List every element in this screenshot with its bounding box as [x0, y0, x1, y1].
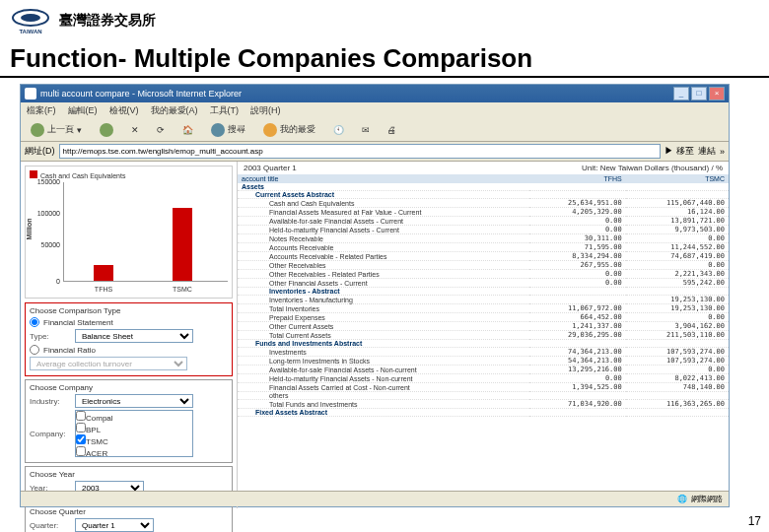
account-label: Funds and Investments Abstract	[238, 340, 529, 348]
account-label: Financial Assets Carried at Cost - Non-c…	[238, 383, 529, 392]
mail-button[interactable]: ✉	[356, 123, 376, 137]
close-button[interactable]: ×	[709, 87, 725, 100]
radio-financial-statement[interactable]	[30, 317, 39, 327]
minimize-button[interactable]: _	[673, 87, 689, 100]
ratio-select[interactable]: Average collection turnover	[30, 357, 187, 370]
financial-table: account title TFHS TSMC AssetsCurrent As…	[238, 174, 729, 417]
ie-icon	[25, 88, 36, 100]
chk-acer[interactable]	[76, 446, 86, 456]
chk-compal[interactable]	[76, 411, 86, 421]
content-area: Cash and Cash Equivalents Million 150000…	[21, 162, 729, 508]
account-label: Notes Receivable	[238, 234, 529, 243]
menu-fav[interactable]: 我的最愛(A)	[151, 104, 198, 117]
account-label: Total Inventories	[238, 304, 529, 313]
account-label: Assets	[238, 183, 529, 191]
account-label: Held-to-maturity Financial Assets - Non-…	[238, 374, 529, 383]
chart-bar	[173, 208, 192, 281]
address-bar: 網址(D) http://emops.tse.com.tw/english/em…	[21, 142, 729, 162]
account-label: Inventories - Manufacturing	[238, 296, 529, 304]
stop-button[interactable]: ✕	[125, 123, 145, 137]
quarter-select[interactable]: Quarter 1	[75, 518, 154, 532]
radio-financial-ratio[interactable]	[30, 345, 39, 355]
search-icon	[211, 123, 225, 137]
svg-point-1	[21, 14, 40, 22]
window-title: multi account compare - Microsoft Intern…	[40, 89, 242, 99]
account-label: Long-term Investments in Stocks	[238, 357, 529, 366]
favorites-button[interactable]: 我的最愛	[257, 121, 321, 139]
menu-help[interactable]: 說明(H)	[250, 104, 281, 117]
status-bar: 🌐 網際網路	[21, 491, 729, 506]
quarter-group: Choose Quarter Quarter:Quarter 1	[25, 503, 233, 532]
back-button[interactable]: 上一頁 ▾	[25, 121, 88, 139]
account-label: Available-for-sale Financial Assets - Cu…	[238, 217, 529, 226]
chk-tsmc[interactable]	[76, 434, 86, 444]
account-label: Fixed Assets Abstract	[238, 409, 529, 417]
industry-select[interactable]: Electronics	[75, 394, 193, 408]
period-label: 2003 Quarter 1	[244, 164, 297, 172]
page-number: 17	[748, 514, 761, 528]
account-label: Investments	[238, 348, 529, 357]
maximize-button[interactable]: □	[691, 87, 707, 100]
col-account: account title	[238, 174, 529, 183]
account-label: Other Receivables	[238, 261, 529, 270]
menu-edit[interactable]: 編輯(E)	[68, 104, 98, 117]
history-button[interactable]: 🕙	[327, 123, 350, 137]
menu-view[interactable]: 檢視(V)	[109, 104, 139, 117]
comparison-type-group: Choose Comparison Type Financial Stateme…	[25, 302, 233, 376]
menu-file[interactable]: 檔案(F)	[27, 104, 56, 117]
links-label[interactable]: 連結	[698, 145, 716, 158]
address-label: 網址(D)	[25, 145, 55, 158]
company-group: Choose Company Industry:Electronics Comp…	[25, 379, 233, 463]
zone-icon: 🌐	[677, 495, 687, 503]
col-company2: TSMC	[626, 174, 729, 183]
y-axis-label: Million	[26, 218, 33, 239]
toolbar: 上一頁 ▾ ✕ ⟳ 🏠 搜尋 我的最愛 🕙 ✉ 🖨	[21, 118, 729, 142]
type-select[interactable]: Balance Sheet	[75, 329, 193, 343]
exchange-name: 臺灣證券交易所	[59, 12, 156, 30]
left-panel: Cash and Cash Equivalents Million 150000…	[21, 162, 238, 508]
account-label: Total Current Assets	[238, 331, 529, 340]
right-panel: 2003 Quarter 1 Unit: New Taiwan Dollars …	[238, 162, 729, 508]
chart-plot: 150000 100000 50000 0 TFHS TSMC	[63, 182, 228, 282]
chk-bpl[interactable]	[76, 423, 86, 432]
account-label: Prepaid Expenses	[238, 313, 529, 322]
account-label: others	[238, 392, 529, 400]
account-label: Current Assets Abstract	[238, 191, 529, 199]
chart-bar	[94, 265, 113, 281]
svg-text:TAIWAN: TAIWAN	[19, 29, 41, 34]
account-label: Other Receivables - Related Parties	[238, 270, 529, 279]
account-label: Inventories - Abstract	[238, 288, 529, 296]
twse-logo: TAIWAN	[10, 6, 51, 35]
go-button[interactable]: ▶ 移至	[664, 145, 694, 158]
account-label: Available-for-sale Financial Assets - No…	[238, 366, 529, 374]
account-label: Cash and Cash Equivalents	[238, 199, 529, 208]
menubar: 檔案(F) 編輯(E) 檢視(V) 我的最愛(A) 工具(T) 說明(H)	[21, 102, 729, 118]
slide-title: Function- Multiple Companies Comparison	[0, 41, 769, 78]
print-button[interactable]: 🖨	[382, 123, 402, 137]
account-label: Total Funds and Investments	[238, 400, 529, 409]
forward-icon	[100, 123, 113, 137]
star-icon	[263, 123, 277, 137]
slide-header: TAIWAN 臺灣證券交易所	[0, 0, 769, 41]
status-text: 網際網路	[691, 494, 723, 504]
account-label: Other Financial Assets - Current	[238, 279, 529, 288]
account-label: Held-to-maturity Financial Assets - Curr…	[238, 226, 529, 234]
search-button[interactable]: 搜尋	[205, 121, 251, 139]
company-listbox[interactable]: Compal BPL TSMC ACER	[75, 410, 193, 457]
chart-area: Cash and Cash Equivalents Million 150000…	[25, 166, 233, 299]
account-label: Accounts Receivable	[238, 243, 529, 252]
back-icon	[31, 123, 44, 137]
refresh-button[interactable]: ⟳	[151, 123, 171, 137]
account-label: Financial Assets Measured at Fair Value …	[238, 208, 529, 217]
legend-swatch	[30, 170, 37, 178]
url-input[interactable]: http://emops.tse.com.tw/english/emop_mul…	[59, 144, 662, 159]
col-company1: TFHS	[529, 174, 626, 183]
account-label: Accounts Receivable - Related Parties	[238, 252, 529, 261]
menu-tools[interactable]: 工具(T)	[210, 104, 240, 117]
home-button[interactable]: 🏠	[176, 123, 199, 137]
titlebar[interactable]: multi account compare - Microsoft Intern…	[21, 85, 729, 102]
ie-window: multi account compare - Microsoft Intern…	[20, 84, 730, 507]
unit-label: Unit: New Taiwan Dollars (thousand) / %	[582, 164, 723, 172]
account-label: Other Current Assets	[238, 322, 529, 331]
forward-button[interactable]	[94, 121, 119, 139]
